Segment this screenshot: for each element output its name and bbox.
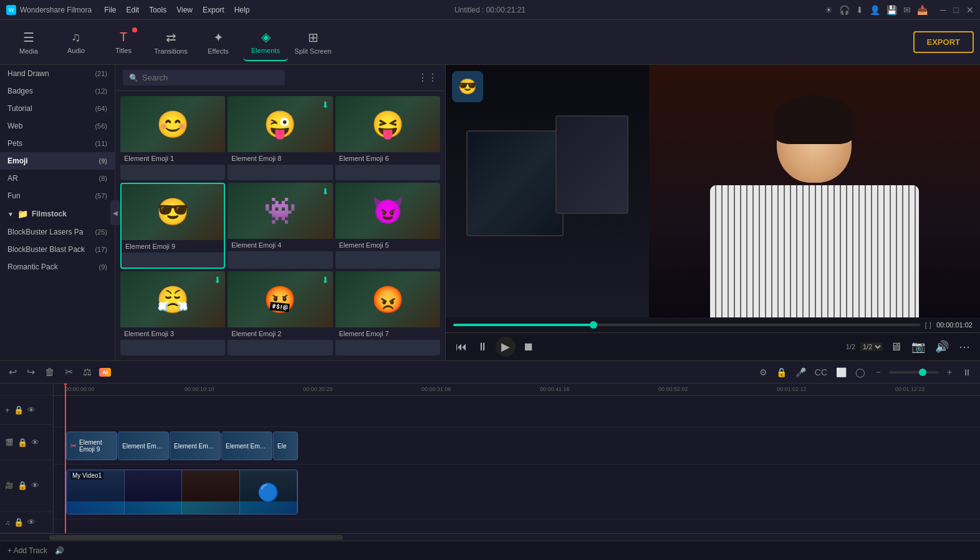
play-button[interactable]: ▶ [496,337,516,357]
tl-adjust-button[interactable]: ⚖ [80,364,94,380]
menu-view[interactable]: View [176,6,193,14]
import-icon[interactable]: 📥 [917,5,928,15]
media-item-emoji5[interactable]: 😈 Element Emoji 5 [335,183,440,269]
tl-speed-button[interactable]: ◯ [853,365,868,380]
left-panel-ar[interactable]: AR (8) [0,170,115,187]
progress-handle[interactable] [590,321,597,329]
left-panel-emoji[interactable]: Emoji (9) [0,152,115,170]
quality-select[interactable]: 1/2 1/1 [860,342,883,351]
monitor-select-button[interactable]: 🖥 [888,338,904,356]
media-item-emoji2[interactable]: 🤬 ⬇ Element Emoji 2 [228,271,332,355]
media-item-emoji9[interactable]: 😎 Element Emoji 9 [120,183,225,269]
save-icon[interactable]: 💾 [886,5,897,15]
track-eye-icon[interactable]: 👁 [27,405,36,415]
timeline-scrollbar[interactable] [0,533,980,541]
progress-bar[interactable] [453,324,920,326]
tl-lock-button[interactable]: 🔒 [774,365,789,380]
panel-collapse-handle[interactable]: ◀ [110,200,120,225]
toolbar-media[interactable]: ☰ Media [6,24,51,61]
track2-eye-icon[interactable]: 👁 [31,438,39,447]
media-item-emoji3[interactable]: 😤 ⬇ Element Emoji 3 [120,271,225,355]
download-manager-icon[interactable]: ⬇ [856,5,863,15]
left-panel-tutorial[interactable]: Tutorial (64) [0,100,115,117]
mail-icon[interactable]: ✉ [903,5,911,15]
media-item-emoji1[interactable]: 😊 Element Emoji 1 [120,96,225,180]
track3-lock-icon[interactable]: 🔒 [17,481,27,490]
clip-emoji1-4[interactable]: Element Emoji 1 [221,432,272,460]
tl-captions-button[interactable]: CC [812,365,830,380]
track4-lock-icon[interactable]: 🔒 [14,518,24,527]
track4-eye-icon[interactable]: 👁 [27,518,36,527]
media-grid-area: 🔍 ⋮⋮ 😊 Element Emoji 1 😜 ⬇ Elemen [115,65,446,360]
toolbar-audio[interactable]: ♫ Audio [54,24,98,61]
tl-zoom-slider[interactable] [889,371,939,374]
tl-zoom-handle[interactable] [919,369,926,376]
menu-help[interactable]: Help [234,6,250,14]
menu-edit[interactable]: Edit [127,6,140,14]
screenshot-button[interactable]: 📷 [909,337,928,356]
more-options-button[interactable]: ⋯ [956,337,973,356]
toolbar-effects[interactable]: ✦ Effects [196,24,241,61]
headset-icon[interactable]: 🎧 [839,5,850,15]
toolbar-elements[interactable]: ◈ Elements [243,24,288,61]
toolbar-transitions[interactable]: ⇄ Transitions [148,24,193,61]
go-to-start-button[interactable]: ⏮ [453,338,469,356]
filmstock-section[interactable]: ▼ 📁 Filmstock [0,205,115,223]
left-panel-badges[interactable]: Badges (12) [0,82,115,100]
media-item-emoji7[interactable]: 😡 Element Emoji 7 [335,271,440,355]
tl-redo-button[interactable]: ↪ [24,364,37,380]
menu-file[interactable]: File [104,6,116,14]
clip-emoji9-3[interactable]: Element Emoji 9 [170,432,221,460]
clip-ele-5[interactable]: Ele [273,432,298,460]
media-item-emoji4[interactable]: 👾 ⬇ Element Emoji 4 [228,183,332,269]
emoji5-label: Element Emoji 5 [335,239,440,251]
left-panel-blockbuster-blast[interactable]: BlockBuster Blast Pack (17) [0,241,115,258]
grid-layout-icon[interactable]: ⋮⋮ [418,72,438,84]
left-panel-hand-drawn[interactable]: Hand Drawn (21) [0,65,115,82]
export-button[interactable]: EXPORT [913,31,974,53]
video-clip-label: My Video1 [70,471,103,480]
blockbuster-lasers-label: BlockBuster Lasers Pa [7,228,83,236]
account-icon[interactable]: 👤 [870,5,880,15]
audio-settings-button[interactable]: 🔊 [933,337,951,356]
left-panel-romantic[interactable]: Romantic Pack (9) [0,258,115,276]
track-add-icon[interactable]: + [5,405,10,415]
add-track-button[interactable]: + Add Track [5,544,50,558]
menu-export[interactable]: Export [203,6,224,14]
scrollbar-thumb[interactable] [49,535,343,540]
tl-settings-button[interactable]: ⚙ [757,365,770,380]
tl-mic-button[interactable]: 🎤 [793,365,809,380]
playhead[interactable] [65,384,66,533]
menu-tools[interactable]: Tools [149,6,166,14]
filmstock-collapse-icon: ▼ [7,211,14,218]
left-panel-blockbuster-lasers[interactable]: BlockBuster Lasers Pa (25) [0,223,115,241]
emoji4-thumb: 👾 ⬇ [228,183,332,239]
tl-crop-button[interactable]: ⬜ [833,365,849,380]
close-button[interactable]: ✕ [966,5,974,15]
media-item-emoji8[interactable]: 😜 ⬇ Element Emoji 8 [228,96,332,180]
left-panel-pets[interactable]: Pets (11) [0,135,115,152]
toolbar-split-screen[interactable]: ⊞ Split Screen [291,24,335,61]
left-panel-fun[interactable]: Fun (57) [0,187,115,205]
clip-emoji9-2[interactable]: Element Emoji 9 [118,432,169,460]
minimize-button[interactable]: ─ [940,5,946,15]
track2-lock-icon[interactable]: 🔒 [17,438,27,447]
tl-delete-button[interactable]: 🗑 [42,364,57,380]
tl-undo-button[interactable]: ↩ [6,364,19,380]
media-item-emoji6[interactable]: 😝 Element Emoji 6 [335,96,440,180]
tl-cut-button[interactable]: ✂ [62,364,75,380]
frame-back-button[interactable]: ⏸ [474,338,491,356]
search-input[interactable] [142,73,267,82]
left-panel-web[interactable]: Web (56) [0,117,115,135]
video-clip-main[interactable]: 🔵 My Video1 [66,470,298,514]
toolbar-titles[interactable]: T Titles [101,24,146,61]
track3-eye-icon[interactable]: 👁 [31,481,39,490]
tl-pause-button[interactable]: ⏸ [960,365,974,380]
maximize-button[interactable]: □ [954,5,959,15]
clip-emoji9-1[interactable]: ✂ Element Emoji 9 [66,432,117,460]
tl-zoom-minus-button[interactable]: － [872,364,885,380]
track-lock-icon[interactable]: 🔒 [14,405,24,415]
stop-button[interactable]: ⏹ [521,338,537,356]
tl-zoom-plus-button[interactable]: ＋ [943,364,956,380]
brightness-icon[interactable]: ☀ [825,5,833,15]
